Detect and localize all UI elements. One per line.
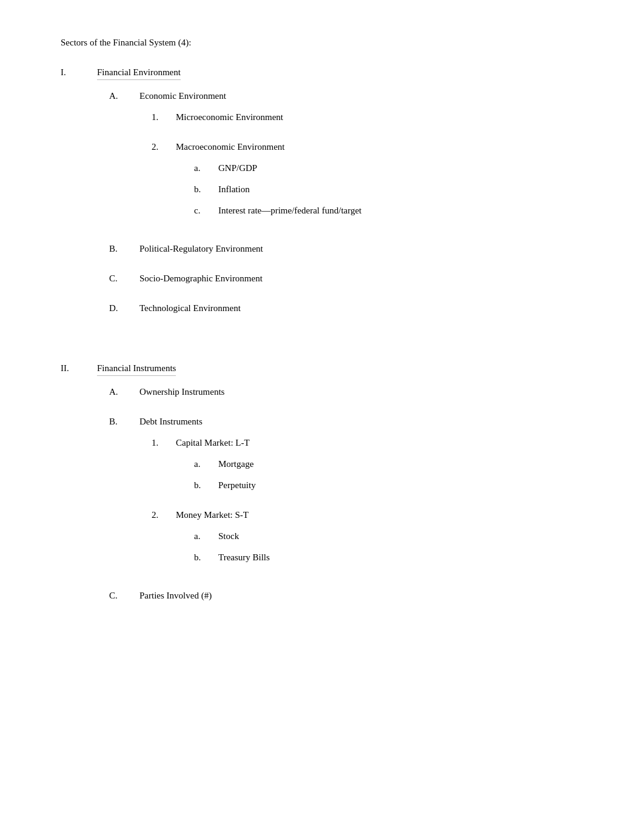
sub-item-ii-b-2-a-marker: a. [194, 530, 218, 543]
subsection-c-content: Socio-Demographic Environment [139, 272, 595, 293]
sub-item-ii-b-2-b-marker: b. [194, 551, 218, 564]
item-ii-b-1: 1. Capital Market: L-T a. Mortgage b. [139, 437, 595, 500]
item-1-content: Microeconomic Environment [176, 111, 595, 132]
item-ii-b-2-content: Money Market: S-T a. Stock b. Treasury B… [176, 509, 595, 572]
sub-item-c-marker: c. [194, 204, 218, 217]
item-ii-b-1-label: Capital Market: L-T [176, 437, 250, 449]
subsection-c-label: Socio-Demographic Environment [139, 272, 263, 285]
section-i-marker: I. [61, 66, 97, 332]
subsection-c: C. Socio-Demographic Environment [97, 272, 595, 293]
outline-container: Sectors of the Financial System (4): I. … [61, 36, 595, 619]
item-2-marker: 2. [152, 141, 176, 226]
subsection-ii-b-marker: B. [109, 415, 139, 581]
subsection-ii-b-content: Debt Instruments 1. Capital Market: L-T … [139, 415, 595, 581]
subsection-ii-c: C. Parties Involved (#) [97, 589, 595, 611]
sub-item-c-label: Interest rate—prime/federal fund/target [218, 204, 361, 217]
sub-item-ii-b-1-a-label: Mortgage [218, 458, 253, 471]
top-label: Sectors of the Financial System (4): [61, 36, 595, 49]
section-ii-marker: II. [61, 362, 97, 619]
subsection-a-content: Economic Environment 1. Microeconomic En… [139, 90, 595, 234]
subsection-ii-b: B. Debt Instruments 1. Capital Market: L… [97, 415, 595, 581]
subsection-d-label: Technological Environment [139, 302, 241, 315]
sub-item-ii-b-2-b-label: Treasury Bills [218, 551, 270, 564]
item-2-label: Macroeconomic Environment [176, 141, 285, 153]
subsection-b: B. Political-Regulatory Environment [97, 243, 595, 264]
section-i-label: Financial Environment [97, 66, 181, 80]
item-ii-b-1-marker: 1. [152, 437, 176, 500]
section-i-content: Financial Environment A. Economic Enviro… [97, 66, 595, 332]
item-1-label: Microeconomic Environment [176, 111, 283, 124]
sub-item-ii-b-1-a-marker: a. [194, 458, 218, 471]
subsection-ii-a: A. Ownership Instruments [97, 386, 595, 407]
item-ii-b-2: 2. Money Market: S-T a. Stock b. [139, 509, 595, 572]
sub-item-b-label: Inflation [218, 183, 250, 196]
section-i: I. Financial Environment A. Economic Env… [61, 66, 595, 332]
sub-item-c: c. Interest rate—prime/federal fund/targ… [176, 204, 595, 217]
subsection-c-marker: C. [109, 272, 139, 293]
subsection-b-marker: B. [109, 243, 139, 264]
section-ii-label: Financial Instruments [97, 362, 176, 376]
sub-item-b: b. Inflation [176, 183, 595, 196]
subsection-ii-c-content: Parties Involved (#) [139, 589, 595, 611]
sub-item-a: a. GNP/GDP [176, 162, 595, 175]
sub-item-ii-b-1-b: b. Perpetuity [176, 479, 595, 492]
subsection-d: D. Technological Environment [97, 302, 595, 323]
subsection-a-label: Economic Environment [139, 90, 226, 102]
subsection-ii-c-marker: C. [109, 589, 139, 611]
subsection-ii-b-label: Debt Instruments [139, 415, 203, 428]
sub-item-ii-b-2-a-label: Stock [218, 530, 239, 543]
subsection-b-content: Political-Regulatory Environment [139, 243, 595, 264]
item-1: 1. Microeconomic Environment [139, 111, 595, 132]
item-ii-b-1-content: Capital Market: L-T a. Mortgage b. Perpe… [176, 437, 595, 500]
subsection-a-marker: A. [109, 90, 139, 234]
item-ii-b-2-label: Money Market: S-T [176, 509, 249, 521]
subsection-b-label: Political-Regulatory Environment [139, 243, 263, 255]
item-1-marker: 1. [152, 111, 176, 132]
subsection-d-content: Technological Environment [139, 302, 595, 323]
section-ii-content: Financial Instruments A. Ownership Instr… [97, 362, 595, 619]
sub-item-a-marker: a. [194, 162, 218, 175]
sub-item-a-label: GNP/GDP [218, 162, 257, 175]
subsection-d-marker: D. [109, 302, 139, 323]
item-2: 2. Macroeconomic Environment a. GNP/GDP … [139, 141, 595, 226]
item-2-content: Macroeconomic Environment a. GNP/GDP b. … [176, 141, 595, 226]
sub-item-ii-b-2-b: b. Treasury Bills [176, 551, 595, 564]
item-ii-b-2-marker: 2. [152, 509, 176, 572]
section-ii: II. Financial Instruments A. Ownership I… [61, 362, 595, 619]
subsection-ii-a-label: Ownership Instruments [139, 386, 224, 398]
sub-item-ii-b-1-b-marker: b. [194, 479, 218, 492]
sub-item-ii-b-2-a: a. Stock [176, 530, 595, 543]
sub-item-ii-b-1-a: a. Mortgage [176, 458, 595, 471]
sub-item-b-marker: b. [194, 183, 218, 196]
subsection-ii-a-marker: A. [109, 386, 139, 407]
sub-item-ii-b-1-b-label: Perpetuity [218, 479, 256, 492]
subsection-ii-a-content: Ownership Instruments [139, 386, 595, 407]
subsection-a: A. Economic Environment 1. Microeconomic… [97, 90, 595, 234]
subsection-ii-c-label: Parties Involved (#) [139, 589, 212, 602]
